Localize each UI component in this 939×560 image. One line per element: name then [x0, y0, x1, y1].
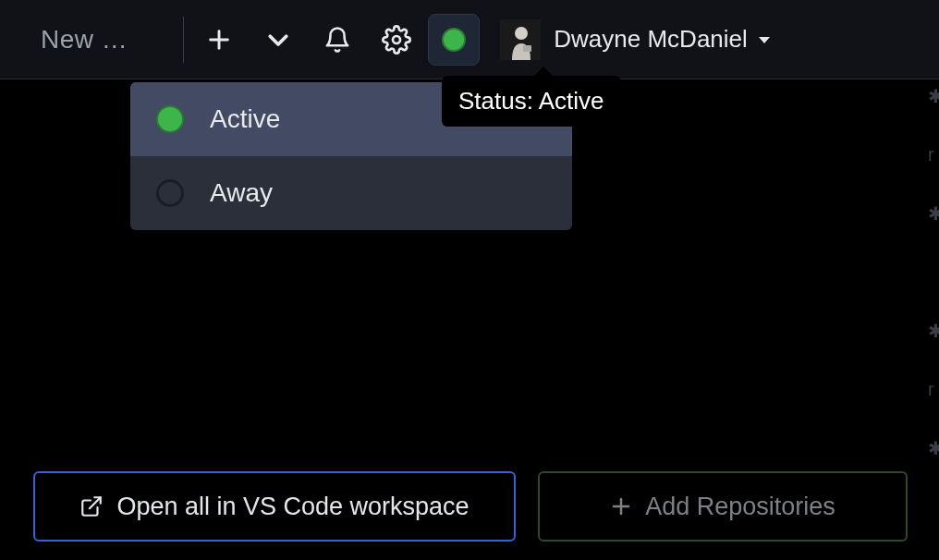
status-active-icon	[156, 105, 184, 133]
add-repositories-button[interactable]: Add Repositories	[538, 471, 908, 542]
user-menu-button[interactable]: Dwayne McDaniel	[500, 19, 772, 60]
plus-icon	[206, 27, 232, 53]
add-button[interactable]	[189, 14, 249, 66]
notifications-button[interactable]	[308, 14, 367, 66]
add-repositories-label: Add Repositories	[645, 493, 835, 521]
expand-button[interactable]	[249, 14, 308, 66]
new-button[interactable]: New …	[41, 25, 128, 55]
status-away-icon	[156, 179, 184, 207]
divider	[183, 17, 184, 63]
bottom-actions: Open all in VS Code workspace Add Reposi…	[33, 471, 908, 542]
bell-icon	[323, 26, 351, 54]
status-option-label: Away	[210, 178, 273, 208]
status-tooltip: Status: Active	[442, 76, 621, 127]
chevron-down-icon	[264, 26, 292, 54]
avatar	[500, 19, 541, 60]
svg-rect-4	[523, 45, 531, 52]
topbar: New …	[0, 0, 939, 79]
svg-line-5	[90, 497, 101, 508]
external-link-icon	[79, 494, 104, 518]
open-workspace-label: Open all in VS Code workspace	[116, 493, 469, 521]
status-option-label: Active	[210, 104, 280, 134]
avatar-image	[509, 25, 533, 60]
status-option-away[interactable]: Away	[130, 156, 572, 230]
svg-point-2	[393, 36, 400, 43]
caret-down-icon	[757, 32, 772, 47]
gear-icon	[382, 25, 411, 55]
status-dot-icon	[442, 28, 466, 52]
username-label: Dwayne McDaniel	[554, 25, 748, 54]
settings-button[interactable]	[367, 14, 426, 66]
svg-point-3	[515, 27, 528, 40]
plus-icon	[610, 495, 632, 517]
status-button[interactable]	[428, 14, 480, 66]
open-workspace-button[interactable]: Open all in VS Code workspace	[33, 471, 516, 542]
right-edge-decoration: ✱r✱ ✱r✱	[928, 79, 939, 560]
